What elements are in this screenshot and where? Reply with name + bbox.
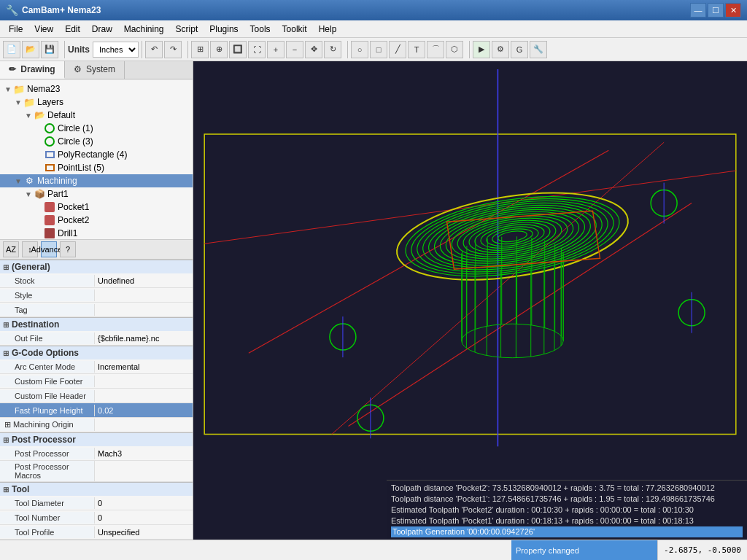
tree-default[interactable]: ▼ 📂 Default <box>0 109 193 122</box>
tab-drawing[interactable]: ✏ Drawing <box>0 61 65 79</box>
root-folder-icon: 📁 <box>13 83 25 95</box>
zoom-in-button[interactable]: + <box>267 41 285 58</box>
tab-system[interactable]: ⚙ System <box>65 61 125 79</box>
separator-4 <box>347 41 348 58</box>
tree-pocket1[interactable]: Pocket1 <box>0 201 193 214</box>
tree-machining[interactable]: ▼ ⚙ Machining <box>0 174 193 187</box>
prop-toolnum: Tool Number 0 <box>0 510 193 525</box>
draw-circle-button[interactable]: ○ <box>351 41 368 58</box>
prop-postproc-label: Post Processor <box>0 448 95 459</box>
prop-fastplunge-value[interactable]: 0.02 <box>95 405 193 416</box>
prop-section-gcode[interactable]: ⊞ G-Code Options <box>0 346 193 359</box>
tree-part1[interactable]: ▼ 📦 Part1 <box>0 187 193 201</box>
prop-toolnum-value[interactable]: 0 <box>95 512 193 524</box>
save-button[interactable]: 💾 <box>41 41 58 58</box>
snap-button[interactable]: ⊕ <box>210 41 228 58</box>
zoom-fit-button[interactable]: ⛶ <box>248 41 266 58</box>
prop-section-tool[interactable]: ⊞ Tool <box>0 482 193 496</box>
machine-tools: ▶ ⚙ G 🔧 <box>473 41 547 58</box>
prop-stock-value[interactable]: Undefined <box>95 275 193 287</box>
gcode-button[interactable]: G <box>511 41 528 58</box>
prop-fileheader-value[interactable] <box>95 394 193 397</box>
undo-button[interactable]: ↶ <box>145 41 163 58</box>
close-button[interactable]: ✕ <box>725 3 741 18</box>
viewport[interactable]: Toolpath distance 'Pocket2': 73.51326809… <box>193 61 747 540</box>
props-advanced-button[interactable]: Advanced <box>41 241 57 257</box>
new-button[interactable]: 📄 <box>3 41 20 58</box>
machine-icon-button[interactable]: 🔧 <box>530 41 547 58</box>
tree-layers-label: Layers <box>37 97 63 107</box>
prop-tag-value[interactable] <box>95 308 193 311</box>
tree-root-arrow: ▼ <box>3 85 13 93</box>
menu-view[interactable]: View <box>28 23 59 36</box>
menu-tools[interactable]: Tools <box>244 23 276 36</box>
prop-filefooter-value[interactable] <box>95 380 193 383</box>
tree-polyrect[interactable]: PolyRectangle (4) <box>0 148 193 161</box>
tree-drill1[interactable]: Drill1 <box>0 227 193 240</box>
tree-pocket2-label: Pocket2 <box>58 215 89 225</box>
menu-edit[interactable]: Edit <box>59 23 86 36</box>
menu-toolkit[interactable]: Toolkit <box>276 23 313 36</box>
tree-panel: ▼ 📁 Nema23 ▼ 📁 Layers ▼ 📂 Default <box>0 79 193 240</box>
separator-2 <box>142 41 142 58</box>
prop-outfile-value[interactable]: {$cbfile.name}.nc <box>95 332 193 344</box>
maximize-button[interactable]: ☐ <box>708 3 724 18</box>
scene-canvas[interactable] <box>193 61 747 540</box>
prop-postproc-value[interactable]: Mach3 <box>95 448 193 459</box>
menu-help[interactable]: Help <box>313 23 343 36</box>
props-help-button[interactable]: ? <box>60 241 76 257</box>
draw-poly-button[interactable]: ⬡ <box>446 41 463 58</box>
draw-rect-button[interactable]: □ <box>370 41 387 58</box>
titlebar: 🔧 CamBam+ Nema23 — ☐ ✕ <box>0 0 747 20</box>
simulate-button[interactable]: ⚙ <box>492 41 509 58</box>
draw-tools: ○ □ ╱ T ⌒ ⬡ <box>351 41 463 58</box>
tree-circle1[interactable]: Circle (1) <box>0 122 193 135</box>
grid-button[interactable]: ⊞ <box>191 41 209 58</box>
tree-circle3-label: Circle (3) <box>58 136 93 147</box>
units-label: Units <box>68 44 90 55</box>
units-dropdown[interactable]: Inches mm <box>93 42 139 58</box>
prop-outfile: Out File {$cbfile.name}.nc <box>0 331 193 346</box>
menubar: File View Edit Draw Machining Script Plu… <box>0 20 747 38</box>
pan-button[interactable]: ✥ <box>305 41 322 58</box>
prop-stock-label: Stock <box>0 275 95 287</box>
menu-machining[interactable]: Machining <box>118 23 170 36</box>
zoom-out-button[interactable]: − <box>286 41 303 58</box>
prop-tooldia-value[interactable]: 0 <box>95 497 193 509</box>
menu-plugins[interactable]: Plugins <box>204 23 244 36</box>
draw-text-button[interactable]: T <box>408 41 425 58</box>
view3d-button[interactable]: 🔲 <box>229 41 247 58</box>
prop-arccenter-value[interactable]: Incremental <box>95 361 193 373</box>
props-sort-az-button[interactable]: AZ <box>3 241 19 257</box>
prop-section-postproc[interactable]: ⊞ Post Processor <box>0 432 193 446</box>
prop-machorigin-value[interactable] <box>95 424 193 427</box>
prop-section-destination[interactable]: ⊞ Destination <box>0 317 193 331</box>
app-icon: 🔧 <box>6 4 18 16</box>
draw-arc-button[interactable]: ⌒ <box>427 41 444 58</box>
redo-button[interactable]: ↷ <box>164 41 182 58</box>
prop-toolprofile-value[interactable]: Unspecified <box>95 526 193 538</box>
tool-section-icon: ⊞ <box>3 486 9 494</box>
prop-fastplunge[interactable]: Fast Plunge Height 0.02 <box>0 403 193 418</box>
minimize-button[interactable]: — <box>690 3 706 18</box>
draw-line-button[interactable]: ╱ <box>389 41 406 58</box>
menu-draw[interactable]: Draw <box>86 23 118 36</box>
generate-button[interactable]: ▶ <box>473 41 490 58</box>
prop-style-value[interactable] <box>95 294 193 297</box>
tree-pointlist[interactable]: PointList (5) <box>0 161 193 174</box>
gcode-section-icon: ⊞ <box>3 349 9 357</box>
separator-3 <box>187 41 188 58</box>
menu-script[interactable]: Script <box>170 23 204 36</box>
tree-root[interactable]: ▼ 📁 Nema23 <box>0 82 193 96</box>
prop-section-general[interactable]: ⊞ (General) <box>0 260 193 273</box>
log-line-3: Estimated Toolpath 'Pocket2' duration : … <box>391 505 743 516</box>
tree-circle3[interactable]: Circle (3) <box>0 135 193 148</box>
tree-layers[interactable]: ▼ 📁 Layers <box>0 96 193 109</box>
menu-file[interactable]: File <box>3 23 28 36</box>
tree-pocket2[interactable]: Pocket2 <box>0 214 193 227</box>
tree-part1-arrow: ▼ <box>23 190 34 198</box>
open-button[interactable]: 📂 <box>22 41 39 58</box>
rotate-button[interactable]: ↻ <box>324 41 341 58</box>
general-section-icon: ⊞ <box>3 263 9 271</box>
prop-postmacros-value[interactable] <box>95 470 193 472</box>
